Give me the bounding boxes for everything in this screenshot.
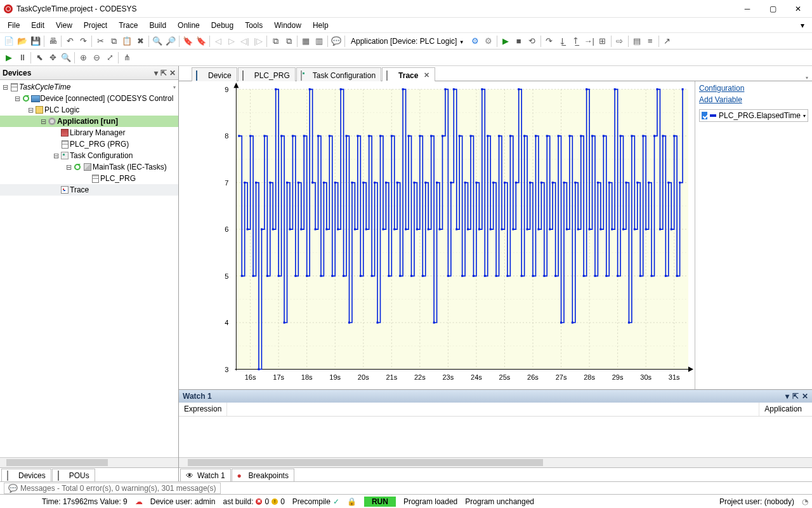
copy-icon[interactable]: ⧉ <box>107 35 120 48</box>
pane-pin-icon[interactable]: ⇱ <box>160 69 167 77</box>
minimize-button[interactable]: ─ <box>735 1 760 17</box>
twisty-icon[interactable]: ⊟ <box>1 83 9 91</box>
step-into-icon[interactable]: ↓̲ <box>556 35 569 48</box>
watch-body[interactable] <box>179 417 812 457</box>
overflow-icon[interactable]: ▾ <box>796 20 809 31</box>
bookmark-icon[interactable]: 🔖 <box>181 35 194 48</box>
undo-icon[interactable]: ↶ <box>63 35 76 48</box>
col-application[interactable]: Application <box>759 403 812 416</box>
messages-summary[interactable]: 💬Messages - Total 0 error(s), 0 warning(… <box>4 483 221 494</box>
menu-debug[interactable]: Debug <box>206 20 239 31</box>
pane-close-icon[interactable]: ✕ <box>169 69 176 77</box>
lock-icon[interactable]: 🔒 <box>347 497 357 506</box>
find-icon[interactable]: 🔍 <box>151 35 164 48</box>
watch-columns[interactable]: Expression Application <box>179 403 812 417</box>
copy-ref-icon[interactable]: ⧉ <box>269 35 282 48</box>
tb-misc2-icon[interactable]: ⇨ <box>613 35 626 48</box>
legend-checkbox[interactable] <box>702 112 707 119</box>
logout-icon[interactable]: ⚙ <box>482 35 495 48</box>
new-icon[interactable]: 📄 <box>3 35 15 48</box>
watch-scrollbar[interactable] <box>179 457 812 467</box>
save-icon[interactable]: 💾 <box>29 35 42 48</box>
find-next-icon[interactable]: 🔎 <box>164 35 177 48</box>
watch-close-icon[interactable]: ✕ <box>802 392 808 401</box>
reset-icon[interactable]: ⟲ <box>526 35 539 48</box>
step-over-icon[interactable]: ↷ <box>543 35 556 48</box>
nav-fwd-icon[interactable]: ▷ <box>225 35 238 48</box>
tb-misc1-icon[interactable]: ⊞ <box>596 35 609 48</box>
trace-chart[interactable]: 345678916s17s18s19s20s21s22s23s24s25s26s… <box>179 81 695 389</box>
pan-icon[interactable]: ✥ <box>46 51 59 64</box>
app-context[interactable]: Application [Device: PLC Logic] ▼ <box>347 37 468 46</box>
zoom-icon[interactable]: 🔍 <box>60 51 72 64</box>
cut-icon[interactable]: ✂ <box>94 35 107 48</box>
menu-window[interactable]: Window <box>269 20 306 31</box>
twisty-icon[interactable]: ⊟ <box>65 163 72 171</box>
menu-file[interactable]: File <box>3 20 25 31</box>
stop-icon[interactable]: ■ <box>513 35 525 48</box>
link-add-variable[interactable]: Add Variable <box>699 95 808 104</box>
link-configuration[interactable]: Configuration <box>699 84 808 93</box>
twisty-icon[interactable]: ⊟ <box>39 117 47 126</box>
menu-help[interactable]: Help <box>308 20 334 31</box>
zoom-fit-icon[interactable]: ⤢ <box>103 51 116 64</box>
box2-icon[interactable]: ▥ <box>313 35 325 48</box>
device-tree[interactable]: ⊟ TaskCycleTime ▾ ⊟ Device [connected] (… <box>0 80 178 457</box>
tree-plclogic[interactable]: PLC Logic <box>44 105 79 114</box>
menu-trace[interactable]: Trace <box>114 20 143 31</box>
run-icon[interactable]: ▶ <box>499 35 512 48</box>
tree-library[interactable]: Library Manager <box>70 128 125 137</box>
legend-menu-icon[interactable]: ▾ <box>803 113 806 119</box>
tb-misc5-icon[interactable]: ↗ <box>661 35 674 48</box>
menu-edit[interactable]: Edit <box>26 20 49 31</box>
tree-project[interactable]: TaskCycleTime <box>19 83 70 91</box>
watch-menu-icon[interactable]: ▾ <box>785 392 789 401</box>
tab-breakpoints[interactable]: ●Breakpoints <box>232 469 294 481</box>
nav-back-icon[interactable]: ◁ <box>212 35 225 48</box>
box-icon[interactable]: ▦ <box>299 35 312 48</box>
copy-ref2-icon[interactable]: ⧉ <box>282 35 295 48</box>
step-out-icon[interactable]: ↑̲ <box>570 35 582 48</box>
tab-watch1[interactable]: 👁Watch 1 <box>180 469 231 481</box>
tree-project-menu-icon[interactable]: ▾ <box>173 84 176 90</box>
open-icon[interactable]: 📂 <box>16 35 29 48</box>
tab-taskcfg[interactable]: Task Configuration <box>296 67 381 81</box>
nav-prev-icon[interactable]: ◁| <box>239 35 251 48</box>
tree-taskcfg[interactable]: Task Configuration <box>70 151 133 160</box>
tab-device[interactable]: Device <box>192 67 237 81</box>
comment-icon[interactable]: 💬 <box>330 35 343 48</box>
trace-pause-icon[interactable]: ⏸ <box>16 51 29 64</box>
tree-scrollbar[interactable] <box>0 457 178 467</box>
col-expression[interactable]: Expression <box>179 403 227 416</box>
trace-run-icon[interactable]: ▶ <box>3 51 15 64</box>
cloud-icon[interactable]: ☁ <box>135 497 143 506</box>
cursor-icon[interactable]: ⬉ <box>33 51 46 64</box>
watch-pin-icon[interactable]: ⇱ <box>792 392 799 401</box>
trace-ctrl-icon[interactable]: ⋔ <box>121 51 133 64</box>
pane-menu-icon[interactable]: ▾ <box>154 69 158 77</box>
menu-online[interactable]: Online <box>173 20 205 31</box>
tree-plcprg2[interactable]: PLC_PRG <box>100 174 136 183</box>
redo-icon[interactable]: ↷ <box>77 35 89 48</box>
tree-device[interactable]: Device [connected] (CODESYS Control Wi <box>40 94 176 103</box>
twisty-icon[interactable]: ⊟ <box>52 152 60 160</box>
zoom-out-icon[interactable]: ⊖ <box>90 51 103 64</box>
login-icon[interactable]: ⚙ <box>469 35 481 48</box>
tab-trace[interactable]: Trace✕ <box>382 67 435 81</box>
tree-maintask[interactable]: MainTask (IEC-Tasks) <box>93 163 167 171</box>
paste-icon[interactable]: 📋 <box>121 35 133 48</box>
tree-application[interactable]: Application [run] <box>57 117 118 126</box>
menu-view[interactable]: View <box>51 20 77 31</box>
print-icon[interactable]: 🖶 <box>46 35 59 48</box>
editor-overflow-icon[interactable]: ▾ <box>802 75 812 81</box>
run-to-icon[interactable]: →| <box>583 35 596 48</box>
delete-icon[interactable]: ✖ <box>134 35 147 48</box>
tree-prg[interactable]: PLC_PRG (PRG) <box>70 140 129 149</box>
zoom-in-icon[interactable]: ⊕ <box>77 51 89 64</box>
tab-devices[interactable]: Devices <box>1 469 51 481</box>
twisty-icon[interactable]: ⊟ <box>27 106 34 114</box>
tree-trace[interactable]: Trace <box>70 185 89 194</box>
tab-close-icon[interactable]: ✕ <box>424 71 429 79</box>
tab-pous[interactable]: POUs <box>52 469 95 481</box>
menu-project[interactable]: Project <box>79 20 112 31</box>
